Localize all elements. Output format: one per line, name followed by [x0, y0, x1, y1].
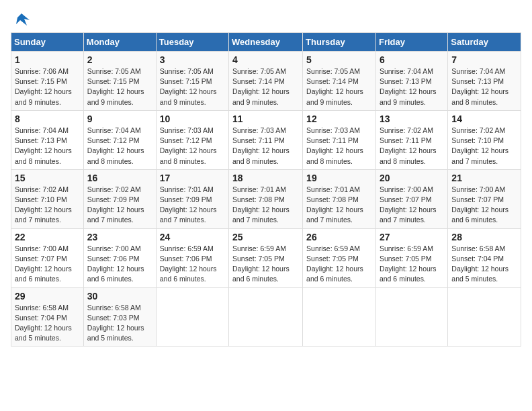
- svg-marker-0: [16, 13, 30, 26]
- calendar-cell: 6Sunrise: 7:04 AMSunset: 7:13 PMDaylight…: [375, 52, 447, 111]
- page-header: [11, 11, 521, 27]
- calendar-cell: 22Sunrise: 7:00 AMSunset: 7:07 PMDayligh…: [11, 228, 84, 287]
- day-info: Sunrise: 7:05 AMSunset: 7:14 PMDaylight:…: [306, 66, 372, 107]
- day-number: 11: [232, 113, 299, 124]
- day-number: 21: [451, 173, 517, 183]
- day-number: 16: [87, 173, 152, 183]
- day-info: Sunrise: 7:04 AMSunset: 7:12 PMDaylight:…: [87, 126, 152, 167]
- day-info: Sunrise: 6:58 AMSunset: 7:04 PMDaylight:…: [15, 303, 80, 344]
- day-number: 22: [15, 232, 80, 242]
- day-info: Sunrise: 6:58 AMSunset: 7:03 PMDaylight:…: [87, 303, 152, 344]
- calendar-cell: 23Sunrise: 7:00 AMSunset: 7:06 PMDayligh…: [83, 228, 156, 287]
- day-number: 8: [15, 113, 80, 124]
- calendar-cell: 17Sunrise: 7:01 AMSunset: 7:09 PMDayligh…: [156, 169, 228, 228]
- calendar-cell: 27Sunrise: 6:59 AMSunset: 7:05 PMDayligh…: [375, 228, 447, 287]
- day-info: Sunrise: 7:03 AMSunset: 7:12 PMDaylight:…: [160, 126, 225, 167]
- day-number: 1: [15, 54, 80, 65]
- calendar-table: SundayMondayTuesdayWednesdayThursdayFrid…: [11, 32, 521, 347]
- day-info: Sunrise: 7:00 AMSunset: 7:07 PMDaylight:…: [15, 244, 80, 285]
- day-info: Sunrise: 7:00 AMSunset: 7:07 PMDaylight:…: [380, 185, 444, 226]
- day-info: Sunrise: 7:01 AMSunset: 7:08 PMDaylight:…: [306, 185, 372, 226]
- calendar-cell: [375, 287, 447, 347]
- calendar-cell: 4Sunrise: 7:05 AMSunset: 7:14 PMDaylight…: [229, 52, 303, 111]
- logo-bird-icon: [12, 11, 31, 30]
- day-info: Sunrise: 7:06 AMSunset: 7:15 PMDaylight:…: [15, 66, 80, 107]
- calendar-cell: 19Sunrise: 7:01 AMSunset: 7:08 PMDayligh…: [303, 169, 376, 228]
- day-number: 23: [87, 232, 152, 242]
- calendar-cell: 3Sunrise: 7:05 AMSunset: 7:15 PMDaylight…: [156, 52, 228, 111]
- day-info: Sunrise: 7:04 AMSunset: 7:13 PMDaylight:…: [451, 66, 517, 107]
- calendar-cell: 18Sunrise: 7:01 AMSunset: 7:08 PMDayligh…: [229, 169, 303, 228]
- calendar-header-tuesday: Tuesday: [156, 33, 228, 52]
- calendar-week-row: 15Sunrise: 7:02 AMSunset: 7:10 PMDayligh…: [11, 169, 521, 228]
- calendar-header-friday: Friday: [375, 33, 447, 52]
- calendar-week-row: 1Sunrise: 7:06 AMSunset: 7:15 PMDaylight…: [11, 52, 521, 111]
- day-number: 6: [380, 54, 444, 65]
- calendar-cell: 21Sunrise: 7:00 AMSunset: 7:07 PMDayligh…: [448, 169, 521, 228]
- day-number: 12: [306, 113, 372, 124]
- calendar-cell: [156, 287, 228, 347]
- day-number: 9: [87, 113, 152, 124]
- day-info: Sunrise: 7:04 AMSunset: 7:13 PMDaylight:…: [15, 126, 80, 167]
- day-info: Sunrise: 7:03 AMSunset: 7:11 PMDaylight:…: [232, 126, 299, 167]
- calendar-cell: 24Sunrise: 6:59 AMSunset: 7:06 PMDayligh…: [156, 228, 228, 287]
- day-info: Sunrise: 6:59 AMSunset: 7:05 PMDaylight:…: [232, 244, 299, 285]
- day-info: Sunrise: 7:05 AMSunset: 7:14 PMDaylight:…: [232, 66, 299, 107]
- calendar-header-saturday: Saturday: [448, 33, 521, 52]
- day-number: 5: [306, 54, 372, 65]
- day-info: Sunrise: 6:59 AMSunset: 7:05 PMDaylight:…: [306, 244, 372, 285]
- day-info: Sunrise: 7:05 AMSunset: 7:15 PMDaylight:…: [160, 66, 225, 107]
- calendar-cell: 16Sunrise: 7:02 AMSunset: 7:09 PMDayligh…: [83, 169, 156, 228]
- calendar-cell: 9Sunrise: 7:04 AMSunset: 7:12 PMDaylight…: [83, 110, 156, 169]
- calendar-cell: 29Sunrise: 6:58 AMSunset: 7:04 PMDayligh…: [11, 287, 84, 347]
- day-info: Sunrise: 7:00 AMSunset: 7:07 PMDaylight:…: [451, 185, 517, 226]
- calendar-header-row: SundayMondayTuesdayWednesdayThursdayFrid…: [11, 33, 521, 52]
- calendar-header-monday: Monday: [83, 33, 156, 52]
- day-info: Sunrise: 6:59 AMSunset: 7:05 PMDaylight:…: [380, 244, 444, 285]
- calendar-cell: 15Sunrise: 7:02 AMSunset: 7:10 PMDayligh…: [11, 169, 84, 228]
- day-number: 18: [232, 173, 299, 183]
- day-info: Sunrise: 7:02 AMSunset: 7:10 PMDaylight:…: [451, 126, 517, 167]
- day-number: 27: [380, 232, 444, 242]
- calendar-cell: 26Sunrise: 6:59 AMSunset: 7:05 PMDayligh…: [303, 228, 376, 287]
- day-info: Sunrise: 6:58 AMSunset: 7:04 PMDaylight:…: [451, 244, 517, 285]
- day-number: 3: [160, 54, 225, 65]
- day-number: 28: [451, 232, 517, 242]
- logo: [11, 11, 31, 27]
- day-number: 14: [451, 113, 517, 124]
- day-number: 4: [232, 54, 299, 65]
- day-info: Sunrise: 7:05 AMSunset: 7:15 PMDaylight:…: [87, 66, 152, 107]
- calendar-cell: 5Sunrise: 7:05 AMSunset: 7:14 PMDaylight…: [303, 52, 376, 111]
- calendar-cell: 20Sunrise: 7:00 AMSunset: 7:07 PMDayligh…: [375, 169, 447, 228]
- day-info: Sunrise: 7:01 AMSunset: 7:08 PMDaylight:…: [232, 185, 299, 226]
- day-info: Sunrise: 7:02 AMSunset: 7:11 PMDaylight:…: [380, 126, 444, 167]
- calendar-week-row: 8Sunrise: 7:04 AMSunset: 7:13 PMDaylight…: [11, 110, 521, 169]
- day-number: 30: [87, 291, 152, 302]
- day-info: Sunrise: 6:59 AMSunset: 7:06 PMDaylight:…: [160, 244, 225, 285]
- day-number: 2: [87, 54, 152, 65]
- calendar-cell: [303, 287, 376, 347]
- day-number: 29: [15, 291, 80, 302]
- calendar-cell: 1Sunrise: 7:06 AMSunset: 7:15 PMDaylight…: [11, 52, 84, 111]
- day-info: Sunrise: 7:01 AMSunset: 7:09 PMDaylight:…: [160, 185, 225, 226]
- day-info: Sunrise: 7:00 AMSunset: 7:06 PMDaylight:…: [87, 244, 152, 285]
- calendar-body: 1Sunrise: 7:06 AMSunset: 7:15 PMDaylight…: [11, 52, 521, 347]
- calendar-cell: 12Sunrise: 7:03 AMSunset: 7:11 PMDayligh…: [303, 110, 376, 169]
- calendar-cell: 11Sunrise: 7:03 AMSunset: 7:11 PMDayligh…: [229, 110, 303, 169]
- calendar-header-wednesday: Wednesday: [229, 33, 303, 52]
- day-number: 13: [380, 113, 444, 124]
- day-info: Sunrise: 7:02 AMSunset: 7:09 PMDaylight:…: [87, 185, 152, 226]
- day-number: 20: [380, 173, 444, 183]
- calendar-header-sunday: Sunday: [11, 33, 84, 52]
- day-number: 17: [160, 173, 225, 183]
- calendar-cell: 25Sunrise: 6:59 AMSunset: 7:05 PMDayligh…: [229, 228, 303, 287]
- day-number: 7: [451, 54, 517, 65]
- day-number: 15: [15, 173, 80, 183]
- calendar-week-row: 29Sunrise: 6:58 AMSunset: 7:04 PMDayligh…: [11, 287, 521, 347]
- day-info: Sunrise: 7:02 AMSunset: 7:10 PMDaylight:…: [15, 185, 80, 226]
- day-info: Sunrise: 7:03 AMSunset: 7:11 PMDaylight:…: [306, 126, 372, 167]
- calendar-cell: 2Sunrise: 7:05 AMSunset: 7:15 PMDaylight…: [83, 52, 156, 111]
- calendar-cell: 14Sunrise: 7:02 AMSunset: 7:10 PMDayligh…: [448, 110, 521, 169]
- day-number: 24: [160, 232, 225, 242]
- calendar-header-thursday: Thursday: [303, 33, 376, 52]
